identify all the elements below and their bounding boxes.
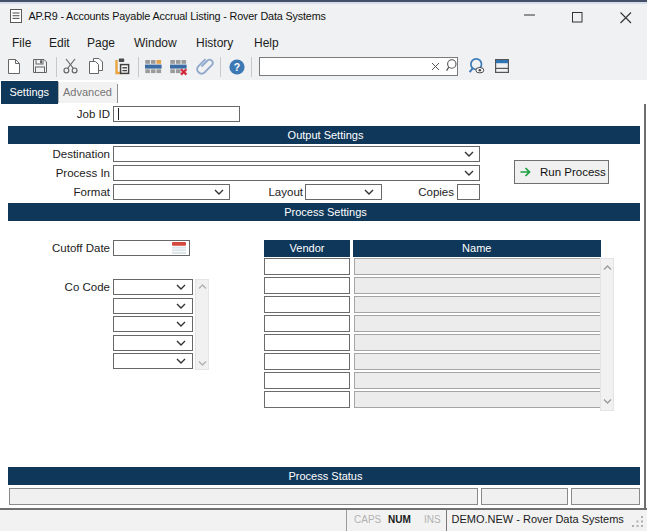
svg-text:?: ? [234,61,240,73]
